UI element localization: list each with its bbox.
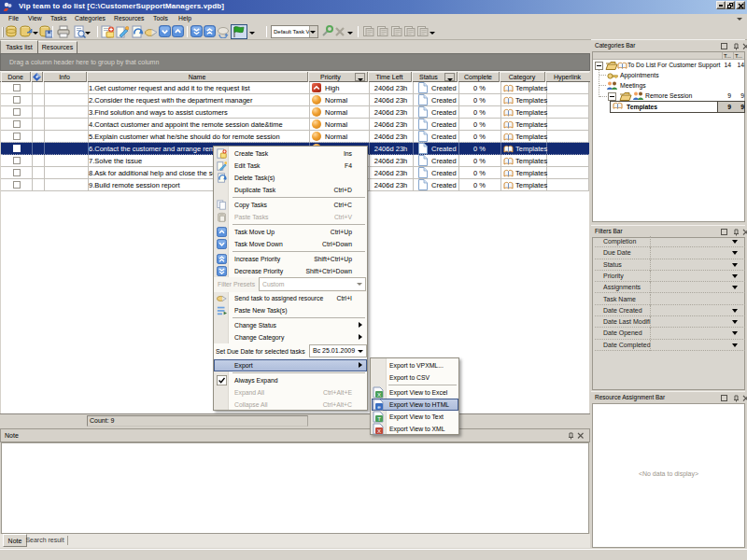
svg-text:X: X: [377, 392, 381, 398]
svg-text:X: X: [377, 428, 381, 434]
svg-text:T: T: [377, 416, 381, 422]
